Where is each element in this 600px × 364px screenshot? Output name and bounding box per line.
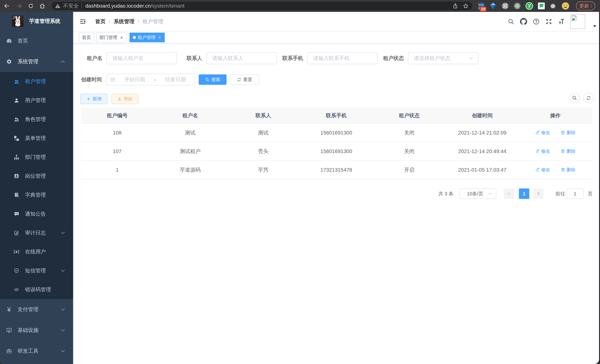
sidebar-item-notice[interactable]: 通知公告 bbox=[0, 205, 73, 223]
cell-contact: 秃头 bbox=[227, 142, 300, 161]
goto-unit: 页 bbox=[588, 188, 593, 199]
export-button[interactable]: 导出 bbox=[112, 94, 138, 104]
hamburger-toggle-icon[interactable] bbox=[79, 18, 86, 25]
page-scrollbar-track[interactable] bbox=[599, 12, 600, 364]
date-start-placeholder: 开始日期 bbox=[115, 76, 154, 83]
col-created: 创建时间 bbox=[446, 108, 519, 123]
browser-update-button[interactable]: 更新 bbox=[576, 1, 595, 10]
sidebar-logo[interactable]: 芋道管理系统 bbox=[0, 12, 73, 30]
sidebar-item-online-user[interactable]: 在线用户 bbox=[0, 242, 73, 261]
edit-link[interactable]: 修改 bbox=[535, 148, 550, 154]
prev-page-button[interactable] bbox=[504, 188, 514, 199]
fullscreen-icon[interactable] bbox=[543, 12, 555, 31]
extension-squares-icon[interactable]: 10 bbox=[475, 0, 487, 12]
tree-icon bbox=[14, 154, 19, 160]
sidebar-item-home[interactable]: 首页 bbox=[0, 30, 73, 51]
profile-emoji-icon[interactable] bbox=[559, 0, 572, 12]
delete-link[interactable]: 删除 bbox=[561, 167, 575, 173]
share-icon[interactable] bbox=[450, 1, 460, 11]
cell-tenant-id: 108 bbox=[81, 123, 154, 142]
help-icon[interactable] bbox=[530, 12, 543, 31]
delete-link[interactable]: 删除 bbox=[561, 130, 575, 136]
date-end-placeholder: 结束日期 bbox=[156, 76, 195, 83]
header-search-icon[interactable] bbox=[505, 12, 517, 31]
browser-forward-button[interactable] bbox=[14, 1, 25, 11]
date-range-input[interactable]: 开始日期 - 结束日期 bbox=[106, 74, 195, 85]
sidebar-item-infra[interactable]: 基础设施 bbox=[0, 320, 73, 341]
edit-link[interactable]: 修改 bbox=[535, 167, 550, 173]
sidebar-item-devtools[interactable]: 研发工具 bbox=[0, 341, 73, 361]
search-button[interactable]: 搜索 bbox=[199, 75, 226, 85]
refresh-table-button[interactable] bbox=[583, 93, 594, 103]
sidebar-item-errcode[interactable]: 错误码管理 bbox=[0, 280, 73, 299]
tag-close-icon[interactable] bbox=[158, 36, 161, 39]
menu-label: 部门管理 bbox=[25, 154, 46, 161]
filter-label-name: 租户名 bbox=[81, 55, 103, 62]
table-header-row: 租户编号 租户名 联系人 联系手机 租户状态 创建时间 操作 bbox=[81, 108, 592, 123]
cell-status: 关闭 bbox=[373, 142, 446, 161]
bookmark-star-icon[interactable] bbox=[460, 1, 471, 11]
delete-link[interactable]: 删除 bbox=[561, 148, 575, 154]
extension-flag-icon[interactable] bbox=[535, 0, 547, 12]
sidebar-item-audit-log[interactable]: 审计日志 bbox=[0, 223, 73, 242]
extension-puzzle-icon[interactable] bbox=[547, 0, 559, 12]
tag-active-dot bbox=[133, 36, 136, 39]
browser-reload-button[interactable] bbox=[26, 1, 36, 11]
add-button[interactable]: 新增 bbox=[80, 94, 107, 104]
log-icon bbox=[14, 230, 19, 236]
extension-green-dot-icon[interactable] bbox=[511, 0, 523, 12]
address-bar[interactable]: 不安全 dashboard.yudao.iocoder.cn/system/te… bbox=[52, 2, 472, 10]
github-icon[interactable] bbox=[517, 12, 530, 31]
sidebar-item-user[interactable]: 用户管理 bbox=[0, 91, 73, 110]
extensions-area: 10 bbox=[475, 0, 572, 12]
menu-label: 字典管理 bbox=[25, 191, 46, 198]
tag-dept[interactable]: 部门管理 bbox=[96, 33, 127, 42]
avatar-caret-icon[interactable] bbox=[593, 25, 596, 28]
reset-button[interactable]: 重置 bbox=[230, 75, 259, 85]
extension-y-icon[interactable] bbox=[523, 0, 535, 12]
tag-close-icon[interactable] bbox=[120, 36, 123, 39]
sidebar-item-system[interactable]: 系统管理 bbox=[0, 51, 73, 72]
extension-diamond-icon[interactable] bbox=[487, 0, 499, 12]
status-select[interactable]: 请选择租户状态 bbox=[408, 52, 478, 64]
cell-status: 开启 bbox=[373, 161, 446, 179]
extension-command-icon[interactable] bbox=[499, 0, 511, 12]
input-placeholder: 请输入联系人 bbox=[212, 55, 244, 62]
not-secure-label: 不安全 bbox=[63, 2, 79, 9]
extension-badge: 10 bbox=[480, 7, 487, 11]
goto-page-input[interactable]: 1 bbox=[567, 188, 583, 199]
next-page-button[interactable] bbox=[533, 188, 544, 199]
sidebar-item-sms[interactable]: 短信管理 bbox=[0, 261, 73, 280]
sidebar-item-dept[interactable]: 部门管理 bbox=[0, 148, 73, 167]
mobile-input[interactable]: 请输入联系手机 bbox=[307, 52, 378, 64]
browser-home-button[interactable] bbox=[37, 1, 47, 11]
dict-icon bbox=[14, 192, 19, 198]
sidebar-item-role[interactable]: 角色管理 bbox=[0, 110, 73, 129]
browser-menu-dots-icon[interactable] bbox=[591, 4, 592, 8]
tag-home[interactable]: 首页 bbox=[79, 33, 94, 42]
table-row: 108 测试 测试 15601691300 关闭 2021-12-14 21:0… bbox=[81, 123, 592, 142]
sidebar-item-post[interactable]: 岗位管理 bbox=[0, 167, 73, 186]
avatar[interactable] bbox=[570, 14, 585, 29]
contact-input[interactable]: 请输入联系人 bbox=[206, 52, 277, 64]
page-size-select[interactable]: 10条/页 bbox=[459, 188, 496, 199]
not-secure-warning-icon[interactable] bbox=[55, 3, 60, 9]
browser-back-button[interactable] bbox=[1, 1, 12, 11]
edit-link[interactable]: 修改 bbox=[535, 130, 550, 136]
font-size-icon[interactable] bbox=[555, 12, 568, 31]
sidebar-item-menu[interactable]: 菜单管理 bbox=[0, 129, 73, 148]
breadcrumb-home[interactable]: 首页 bbox=[95, 18, 106, 25]
cell-mobile: 15601691300 bbox=[300, 123, 373, 142]
update-label: 更新 bbox=[579, 3, 589, 9]
current-page-button[interactable]: 1 bbox=[519, 188, 529, 199]
page-content: 租户名 请输入租户名 联系人 请输入联系人 联系手机 请输入联系手机 租户状态 … bbox=[73, 44, 599, 364]
tenant-name-input[interactable]: 请输入租户名 bbox=[106, 52, 177, 64]
chevron-down-icon bbox=[60, 230, 66, 236]
sidebar-item-pay[interactable]: 支付管理 bbox=[0, 299, 73, 320]
breadcrumb-system[interactable]: 系统管理 bbox=[114, 18, 134, 25]
sidebar-item-tenant[interactable]: 租户管理 bbox=[0, 72, 73, 91]
sidebar-item-dict[interactable]: 字典管理 bbox=[0, 186, 73, 205]
url-text[interactable]: dashboard.yudao.iocoder.cn/system/tenant bbox=[85, 3, 184, 9]
tag-tenant[interactable]: 租户管理 bbox=[130, 33, 165, 42]
show-search-toggle-button[interactable] bbox=[569, 93, 580, 103]
